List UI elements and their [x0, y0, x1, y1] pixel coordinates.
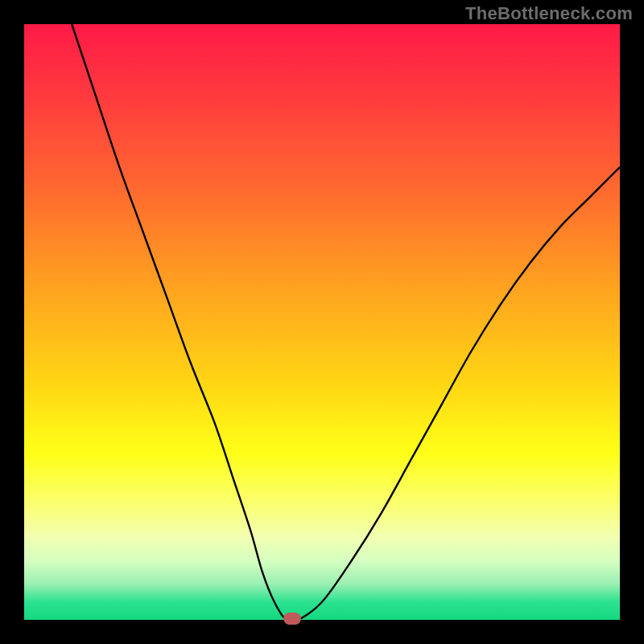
bottleneck-marker	[283, 613, 301, 625]
watermark-text: TheBottleneck.com	[465, 3, 633, 24]
chart-frame: TheBottleneck.com	[0, 0, 644, 644]
bottleneck-curve	[24, 24, 620, 620]
curve-path	[72, 24, 620, 622]
